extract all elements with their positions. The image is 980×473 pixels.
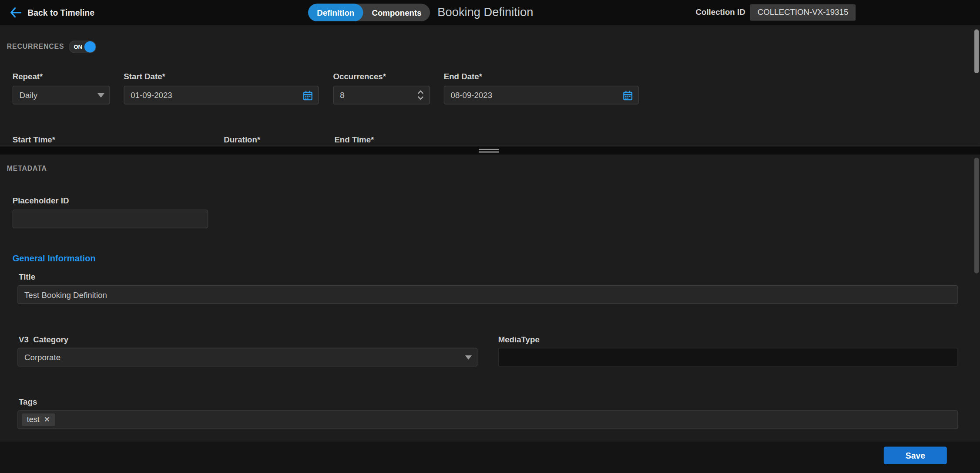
save-button[interactable]: Save [884,446,947,464]
title-label: Title [19,272,35,282]
back-to-timeline-button[interactable]: Back to Timeline [10,0,94,25]
media-type-input[interactable] [498,348,958,367]
start-time-label: Start Time* [13,135,55,145]
start-date-input[interactable] [131,91,302,100]
calendar-icon[interactable] [302,90,313,100]
tag-chip: test ✕ [22,413,55,426]
scrollbar-thumb-metadata[interactable] [974,158,979,274]
booking-definition-screen: Back to Timeline Definition Components B… [0,0,980,473]
duration-label: Duration* [224,135,260,145]
scrollbar-thumb-recurrences[interactable] [974,30,979,74]
metadata-panel: METADATA Placeholder ID General Informat… [0,155,980,442]
recurrences-toggle[interactable]: ON [69,41,96,53]
occurrences-label: Occurrences* [333,72,386,81]
back-label: Back to Timeline [27,8,94,17]
recurrences-panel: RECURRENCES ON Repeat* Start Date* Occur… [0,25,980,145]
page-title: Booking Definition [437,0,533,25]
toggle-knob [84,41,96,53]
topbar: Back to Timeline Definition Components B… [0,0,980,26]
repeat-value: Daily [20,91,38,100]
repeat-select[interactable]: Daily [13,86,110,105]
chevron-down-icon [97,93,104,97]
end-date-input[interactable] [451,91,623,100]
repeat-label: Repeat* [13,72,43,81]
tab-definition[interactable]: Definition [308,4,363,21]
tags-label: Tags [19,397,37,407]
collection-id-label: Collection ID [696,0,745,25]
start-date-label: Start Date* [124,72,165,81]
collection-id-value: COLLECTION-VX-19315 [750,4,856,20]
splitter-drag-handle-icon[interactable] [479,149,499,154]
end-time-label: End Time* [334,135,374,145]
start-date-field [124,86,319,105]
occurrences-field [333,86,430,105]
media-type-label: MediaType [498,334,540,344]
spinner-up-down-icon[interactable] [417,89,424,101]
v3-category-label: V3_Category [19,334,68,344]
tab-components[interactable]: Components [363,4,430,21]
tag-chip-label: test [27,416,40,424]
end-date-field [444,86,639,105]
occurrences-input[interactable] [340,91,417,100]
placeholder-id-label: Placeholder ID [13,196,69,206]
toggle-on-label: ON [74,44,82,50]
footer-bar: Save [0,442,980,473]
tags-input[interactable]: test ✕ [17,410,958,429]
v3-category-select[interactable]: Corporate [17,348,477,367]
calendar-icon[interactable] [622,90,633,100]
chevron-down-icon [465,355,472,359]
end-date-label: End Date* [444,72,482,81]
back-arrow-icon [10,7,21,17]
v3-category-value: Corporate [24,352,60,362]
recurrences-section-label: RECURRENCES [7,43,64,50]
panel-splitter[interactable] [0,146,980,155]
remove-tag-icon[interactable]: ✕ [44,416,50,423]
general-information-heading: General Information [13,253,96,264]
definition-components-switch: Definition Components [308,4,430,21]
metadata-section-label: METADATA [7,165,47,172]
title-input[interactable] [17,285,958,304]
placeholder-id-input[interactable] [13,209,208,228]
